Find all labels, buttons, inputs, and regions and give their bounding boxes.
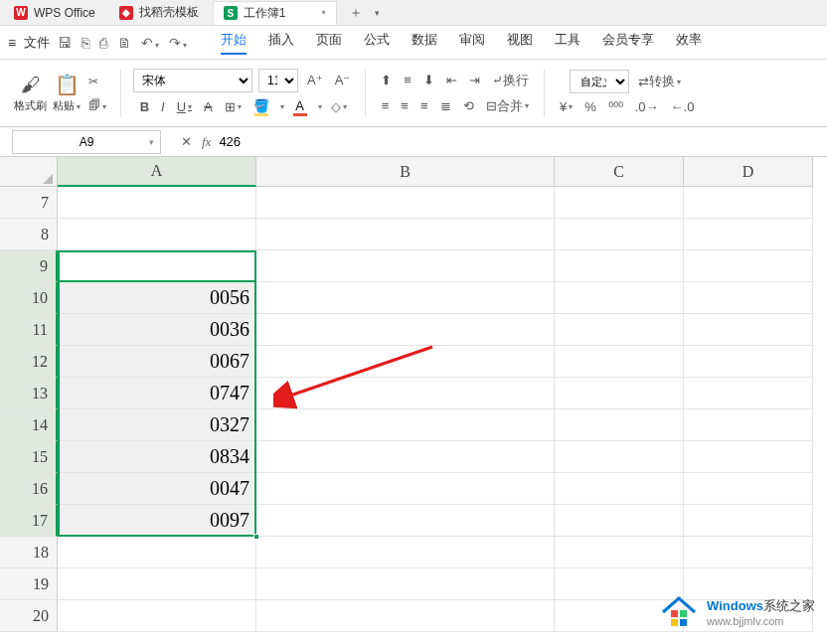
cell[interactable]	[256, 282, 555, 314]
save-icon[interactable]: 🖫	[58, 35, 72, 51]
cell[interactable]	[684, 505, 813, 537]
cell[interactable]	[684, 250, 813, 282]
italic-button[interactable]: I	[158, 97, 168, 116]
row-header[interactable]: 11	[0, 314, 58, 346]
cell[interactable]	[256, 537, 555, 568]
cell[interactable]: 0097	[58, 505, 256, 537]
percent-button[interactable]: %	[581, 97, 599, 116]
cut-button[interactable]: ✂	[86, 73, 108, 90]
cell[interactable]	[555, 282, 684, 314]
print-icon[interactable]: ⎙	[99, 35, 107, 51]
row-header[interactable]: 18	[0, 537, 58, 568]
tab-data[interactable]: 数据	[412, 31, 437, 55]
export-icon[interactable]: ⎘	[82, 35, 89, 51]
merge-button[interactable]: ⊟合并▾	[483, 95, 532, 117]
cell[interactable]: 0056	[58, 282, 256, 314]
align-left-button[interactable]: ≡	[379, 96, 393, 115]
row-header[interactable]: 16	[0, 473, 58, 505]
paste-button[interactable]: 📋 粘贴▾	[53, 73, 81, 113]
decrease-font-button[interactable]: A⁻	[332, 71, 354, 89]
align-bottom-button[interactable]: ⬇	[420, 71, 437, 89]
cell[interactable]	[684, 282, 813, 314]
tab-dropdown[interactable]: ▾	[375, 8, 380, 18]
tab-member[interactable]: 会员专享	[602, 31, 654, 55]
cell[interactable]	[58, 537, 256, 568]
cell[interactable]	[555, 250, 684, 282]
cell[interactable]	[684, 219, 813, 250]
app-tab[interactable]: W WPS Office	[4, 3, 105, 23]
namebox-dropdown-icon[interactable]: ▾	[149, 137, 154, 147]
cell[interactable]	[684, 314, 813, 346]
align-center-button[interactable]: ≡	[398, 96, 412, 115]
cell[interactable]	[58, 219, 256, 250]
cell[interactable]	[256, 187, 555, 219]
cell[interactable]: 0834	[58, 441, 256, 473]
orientation-button[interactable]: ⟲	[460, 96, 477, 115]
copy-button[interactable]: 🗐▾	[86, 96, 108, 114]
tab-view[interactable]: 视图	[507, 31, 533, 55]
increase-font-button[interactable]: A⁺	[304, 71, 326, 89]
cell[interactable]	[256, 505, 555, 537]
convert-button[interactable]: ⇄转换▾	[635, 71, 684, 92]
column-header[interactable]: C	[555, 157, 684, 187]
align-right-button[interactable]: ≡	[417, 96, 431, 115]
cell[interactable]	[256, 346, 555, 378]
cell[interactable]	[256, 314, 555, 346]
cell[interactable]	[555, 378, 684, 409]
row-header[interactable]: 12	[0, 346, 58, 378]
fill-color-button[interactable]: 🪣	[250, 96, 272, 118]
clear-format-button[interactable]: ◇▾	[328, 97, 350, 116]
align-justify-button[interactable]: ≣	[437, 96, 454, 115]
cell[interactable]	[684, 346, 813, 378]
indent-increase-button[interactable]: ⇥	[466, 71, 483, 89]
cell[interactable]: 0067	[58, 346, 256, 378]
cell[interactable]: 0426	[58, 250, 256, 282]
indent-decrease-button[interactable]: ⇤	[443, 71, 460, 89]
cell[interactable]	[58, 568, 256, 600]
cell[interactable]	[555, 505, 684, 537]
tab-efficiency[interactable]: 效率	[676, 31, 702, 55]
undo-icon[interactable]: ↶▾	[141, 35, 159, 51]
cell[interactable]: 0327	[58, 409, 256, 441]
cell[interactable]	[684, 537, 813, 568]
name-box[interactable]: A9 ▾	[12, 130, 161, 154]
cell[interactable]	[555, 346, 684, 378]
font-color-button[interactable]: A	[290, 96, 310, 118]
cell[interactable]	[58, 600, 256, 632]
tab-review[interactable]: 审阅	[459, 31, 485, 55]
align-top-button[interactable]: ⬆	[378, 71, 395, 89]
cell[interactable]	[684, 409, 813, 441]
column-header[interactable]: B	[256, 157, 555, 187]
font-size-select[interactable]: 11	[258, 69, 298, 92]
hamburger-icon[interactable]: ≡	[8, 35, 16, 51]
number-format-select[interactable]: 自定义	[570, 70, 629, 93]
cell[interactable]	[684, 473, 813, 505]
cell[interactable]	[684, 187, 813, 219]
tab-start[interactable]: 开始	[221, 31, 247, 55]
redo-icon[interactable]: ↷▾	[169, 35, 187, 51]
cell[interactable]: 0047	[58, 473, 256, 505]
cell[interactable]	[555, 187, 684, 219]
cell[interactable]	[256, 219, 555, 250]
wrap-button[interactable]: ⤶换行	[489, 70, 532, 91]
cell[interactable]	[555, 314, 684, 346]
row-header[interactable]: 15	[0, 441, 58, 473]
row-header[interactable]: 20	[0, 600, 58, 632]
cell[interactable]: 0036	[58, 314, 256, 346]
fill-handle[interactable]	[253, 534, 259, 540]
row-header[interactable]: 8	[0, 219, 58, 250]
underline-button[interactable]: U▾	[174, 97, 195, 116]
align-middle-button[interactable]: ≡	[401, 71, 414, 89]
cell[interactable]	[256, 250, 555, 282]
add-tab-button[interactable]: ＋	[341, 4, 371, 22]
strike-button[interactable]: A	[201, 97, 216, 116]
tab-page[interactable]: 页面	[316, 31, 342, 55]
row-header[interactable]: 19	[0, 568, 58, 600]
decrease-decimal-button[interactable]: ←.0	[668, 97, 698, 116]
increase-decimal-button[interactable]: .0→	[632, 97, 662, 116]
file-menu[interactable]: 文件	[24, 34, 50, 52]
cell[interactable]	[684, 441, 813, 473]
fx-icon[interactable]: fx	[202, 134, 211, 150]
cancel-formula-icon[interactable]: ✕	[181, 134, 192, 149]
cell[interactable]	[256, 600, 555, 632]
